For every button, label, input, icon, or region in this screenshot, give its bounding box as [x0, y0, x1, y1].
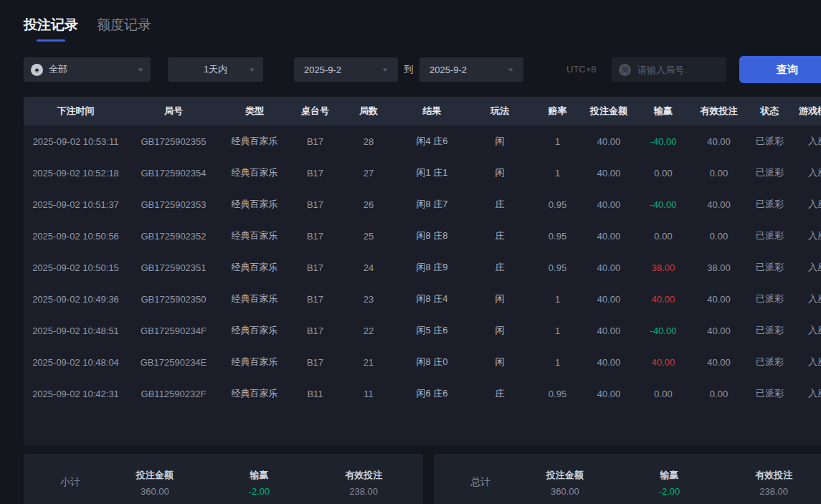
- table-cell: 25: [341, 220, 397, 252]
- table-cell: 22: [341, 315, 397, 346]
- table-cell: 入座: [794, 125, 821, 157]
- table-cell: 已派彩: [746, 315, 794, 346]
- table-cell: 已派彩: [746, 157, 794, 189]
- table-cell: GB1725902350: [128, 283, 219, 315]
- column-header: 局数: [341, 97, 397, 125]
- chevron-down-icon: ▼: [247, 67, 255, 73]
- table-cell: 已派彩: [746, 378, 794, 409]
- spade-icon: ♠: [31, 64, 43, 76]
- table-cell: 40.00: [583, 315, 635, 346]
- round-number-input[interactable]: [636, 64, 719, 76]
- table-cell: 40.00: [692, 346, 746, 378]
- table-cell: 1: [532, 157, 583, 189]
- date-to-select[interactable]: 2025-9-2 ▼: [419, 57, 523, 82]
- table-row[interactable]: 2025-09-02 10:50:15GB1725902351经典百家乐B172…: [24, 252, 821, 283]
- table-cell: 0.00: [692, 220, 746, 252]
- table-cell: 经典百家乐: [219, 252, 290, 283]
- table-cell: 2025-09-02 10:50:15: [24, 252, 128, 283]
- table-cell: 27: [341, 157, 397, 189]
- table-cell: 40.00: [635, 283, 692, 315]
- game-type-select[interactable]: ♠ 全部 ▼: [24, 57, 151, 82]
- game-type-value: 全部: [49, 63, 67, 76]
- table-row[interactable]: 2025-09-02 10:48:51GB172590234F经典百家乐B172…: [24, 315, 821, 346]
- table-cell: 入座: [794, 315, 821, 346]
- table-cell: 闲: [468, 315, 532, 346]
- query-button[interactable]: 查询: [739, 56, 821, 83]
- table-cell: GB1725902355: [128, 125, 219, 157]
- date-to-value: 2025-9-2: [430, 65, 467, 75]
- table-cell: 40.00: [635, 346, 692, 378]
- table-cell: 入座: [794, 346, 821, 378]
- table-cell: 入座: [794, 220, 821, 252]
- total-win-loss: 输赢 -2.00: [617, 469, 722, 497]
- table-cell: 1: [532, 283, 583, 315]
- round-number-icon: 局: [619, 64, 631, 76]
- date-to-label: 到: [400, 57, 417, 82]
- table-body: 2025-09-02 10:53:11GB1725902355经典百家乐B172…: [24, 125, 821, 446]
- table-row[interactable]: 2025-09-02 10:42:31GB112590232F经典百家乐B111…: [24, 378, 821, 409]
- tab-quota-records-label: 额度记录: [97, 17, 151, 32]
- table-row[interactable]: 2025-09-02 10:51:37GB1725902353经典百家乐B172…: [24, 189, 821, 220]
- table-cell: 40.00: [692, 283, 746, 315]
- table-row[interactable]: 2025-09-02 10:52:18GB1725902354经典百家乐B172…: [24, 157, 821, 189]
- table-cell: 经典百家乐: [219, 125, 290, 157]
- tab-bar: 投注记录 额度记录: [24, 16, 151, 42]
- table-cell: 0.00: [635, 378, 692, 409]
- total-bet-amount: 投注金额 360.00: [513, 469, 617, 497]
- table-cell: 经典百家乐: [219, 283, 290, 315]
- table-cell: 闲8 庄0: [397, 346, 468, 378]
- date-from-select[interactable]: 2025-9-2 ▼: [294, 57, 398, 82]
- table-cell: 40.00: [692, 315, 746, 346]
- table-cell: 2025-09-02 10:53:11: [24, 125, 128, 157]
- table-cell: 闲: [468, 283, 532, 315]
- table-cell: GB1725902354: [128, 157, 219, 189]
- table-cell: 入座: [794, 283, 821, 315]
- column-header: 类型: [219, 97, 290, 125]
- time-range-select[interactable]: 1天内 ▼: [168, 57, 263, 82]
- table-cell: 2025-09-02 10:50:56: [24, 220, 128, 252]
- table-row[interactable]: 2025-09-02 10:53:11GB1725902355经典百家乐B172…: [24, 125, 821, 157]
- table-row[interactable]: 2025-09-02 10:50:56GB1725902352经典百家乐B172…: [24, 220, 821, 252]
- table-cell: 2025-09-02 10:52:18: [24, 157, 128, 189]
- round-number-field[interactable]: 局: [612, 57, 726, 82]
- table-cell: 40.00: [583, 189, 635, 220]
- table-cell: 经典百家乐: [219, 315, 290, 346]
- table-cell: -40.00: [635, 315, 692, 346]
- table-cell: B17: [290, 125, 341, 157]
- table-cell: B11: [290, 378, 341, 409]
- timezone-label: UTC+8: [566, 57, 597, 82]
- table-cell: 40.00: [692, 125, 746, 157]
- table-row[interactable]: 2025-09-02 10:49:36GB1725902350经典百家乐B172…: [24, 283, 821, 315]
- table-cell: 1: [532, 346, 583, 378]
- table-cell: 经典百家乐: [219, 220, 290, 252]
- table-cell: 23: [341, 283, 397, 315]
- column-header: 游戏模式: [794, 97, 821, 125]
- table-cell: 闲8 庄4: [397, 283, 468, 315]
- tab-quota-records[interactable]: 额度记录: [97, 16, 151, 34]
- table-cell: 闲4 庄6: [397, 125, 468, 157]
- table-cell: 闲6 庄6: [397, 378, 468, 409]
- table-cell: 闲: [468, 125, 532, 157]
- table-cell: GB1725902351: [128, 252, 219, 283]
- table-cell: 21: [341, 346, 397, 378]
- table-cell: GB1725902353: [128, 189, 219, 220]
- table-cell: 40.00: [583, 346, 635, 378]
- table-header-row: 下注时间局号类型桌台号局数结果玩法赔率投注金额输赢有效投注状态游戏模式: [24, 97, 821, 125]
- tab-betting-records[interactable]: 投注记录: [24, 16, 78, 42]
- column-header: 局号: [128, 97, 219, 125]
- total-card: 总计 投注金额 360.00 输赢 -2.00 有效投注 238.00: [434, 454, 821, 504]
- table-cell: 已派彩: [746, 283, 794, 315]
- table-cell: 0.95: [532, 189, 583, 220]
- table-cell: -40.00: [635, 125, 692, 157]
- table-cell: 闲8 庄8: [397, 220, 468, 252]
- table-cell: B17: [290, 157, 341, 189]
- table-cell: 40.00: [583, 125, 635, 157]
- table-cell: 已派彩: [746, 220, 794, 252]
- table-cell: 40.00: [583, 378, 635, 409]
- table-row[interactable]: 2025-09-02 10:48:04GB172590234E经典百家乐B172…: [24, 346, 821, 378]
- table-cell: 入座: [794, 378, 821, 409]
- column-header: 输赢: [635, 97, 692, 125]
- column-header: 投注金额: [583, 97, 635, 125]
- column-header: 玩法: [468, 97, 532, 125]
- table-cell: 庄: [468, 252, 532, 283]
